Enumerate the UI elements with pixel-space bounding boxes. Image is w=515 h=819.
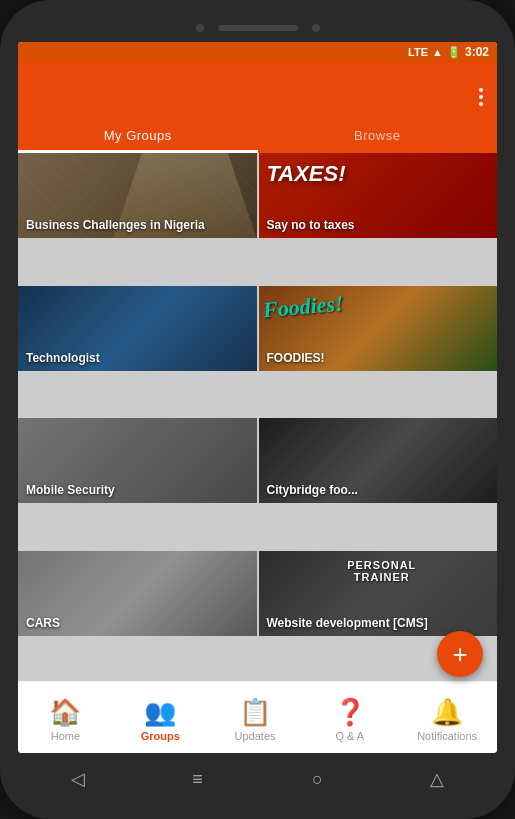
grid-item-mobile-security[interactable]: Mobile Security (18, 418, 257, 503)
menu-icon: ≡ (192, 769, 203, 790)
battery-icon: 🔋 (447, 46, 461, 59)
camera-left (196, 24, 204, 32)
nav-item-home[interactable]: 🏠 Home (38, 697, 93, 742)
tab-browse[interactable]: Browse (258, 118, 498, 153)
nav-label-qa: Q & A (335, 730, 364, 742)
grid-item-label: Say no to taxes (267, 218, 355, 232)
taxes-overlay-text: TAXES! (267, 161, 346, 187)
bottom-navigation: 🏠 Home 👥 Groups 📋 Updates ❓ Q & A 🔔 Noti… (18, 681, 497, 753)
back-button[interactable]: ◁ (62, 763, 94, 795)
add-group-fab[interactable]: + (437, 631, 483, 677)
signal-icon: ▲ (432, 46, 443, 58)
notifications-icon: 🔔 (431, 697, 463, 728)
phone-bottom-bar: ◁ ≡ ○ △ (18, 753, 497, 801)
grid-item-foodies[interactable]: Foodies! FOODIES! (259, 286, 498, 371)
nav-item-qa[interactable]: ❓ Q & A (322, 697, 377, 742)
grid-item-label: Citybridge foo... (267, 483, 358, 497)
grid-item-label: FOODIES! (267, 351, 325, 365)
personal-trainer-overlay-text: PERSONALTRAINER (263, 559, 498, 583)
nav-item-updates[interactable]: 📋 Updates (228, 697, 283, 742)
nav-item-groups[interactable]: 👥 Groups (133, 697, 188, 742)
speaker-grille (218, 25, 298, 31)
search-button[interactable]: ○ (301, 763, 333, 795)
back-icon: ◁ (71, 768, 85, 790)
search-icon: ○ (312, 769, 323, 790)
phone-screen: LTE ▲ 🔋 3:02 My Groups Browse (18, 42, 497, 753)
grid-item-label: Business Challenges in Nigeria (26, 218, 205, 232)
grid-item-label: Website development [CMS] (267, 616, 428, 630)
grid-item-cars[interactable]: CARS (18, 551, 257, 636)
network-indicator: LTE (408, 46, 428, 58)
grid-item-citybridge[interactable]: Citybridge foo... (259, 418, 498, 503)
tab-my-groups[interactable]: My Groups (18, 118, 258, 153)
more-vert-icon[interactable] (475, 84, 487, 110)
grid-item-say-no-to-taxes[interactable]: TAXES! Say no to taxes (259, 153, 498, 238)
qa-icon: ❓ (334, 697, 366, 728)
phone-frame: LTE ▲ 🔋 3:02 My Groups Browse (0, 0, 515, 819)
home-icon: 🏠 (49, 697, 81, 728)
updates-icon: 📋 (239, 697, 271, 728)
nav-label-groups: Groups (141, 730, 180, 742)
menu-button[interactable]: ≡ (182, 763, 214, 795)
nav-item-notifications[interactable]: 🔔 Notifications (417, 697, 477, 742)
grid-item-label: Mobile Security (26, 483, 115, 497)
home-button[interactable]: △ (421, 763, 453, 795)
status-bar: LTE ▲ 🔋 3:02 (18, 42, 497, 62)
phone-top-bar (18, 18, 497, 42)
grid-item-business-challenges[interactable]: Business Challenges in Nigeria (18, 153, 257, 238)
clock: 3:02 (465, 45, 489, 59)
foodies-overlay-text: Foodies! (262, 290, 345, 323)
grid-item-label: Technologist (26, 351, 100, 365)
nav-label-updates: Updates (235, 730, 276, 742)
app-bar (18, 62, 497, 118)
nav-label-notifications: Notifications (417, 730, 477, 742)
groups-icon: 👥 (144, 697, 176, 728)
home-icon: △ (430, 768, 444, 790)
camera-right (312, 24, 320, 32)
grid-item-label: CARS (26, 616, 60, 630)
nav-label-home: Home (51, 730, 80, 742)
tab-bar: My Groups Browse (18, 118, 497, 153)
groups-grid: Business Challenges in Nigeria TAXES! Sa… (18, 153, 497, 681)
grid-item-technologist[interactable]: Technologist (18, 286, 257, 371)
grid-item-website-development[interactable]: PERSONALTRAINER Website development [CMS… (259, 551, 498, 636)
